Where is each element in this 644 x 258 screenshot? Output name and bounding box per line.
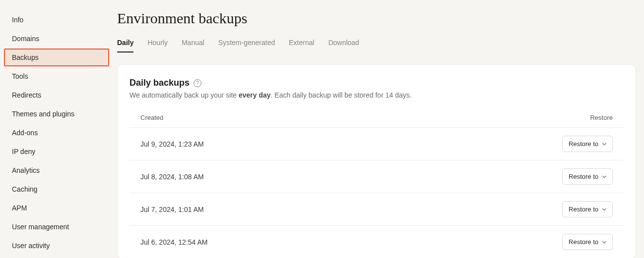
backup-date: Jul 8, 2024, 1:08 AM bbox=[140, 173, 204, 181]
sidebar-item-user-management[interactable]: User management bbox=[4, 218, 109, 236]
col-created: Created bbox=[140, 114, 163, 121]
card-description: We automatically back up your site every… bbox=[129, 91, 624, 99]
table-row: Jul 6, 2024, 12:54 AM Restore to bbox=[129, 226, 624, 258]
restore-label: Restore to bbox=[569, 206, 598, 213]
sidebar-item-themes-plugins[interactable]: Themes and plugins bbox=[4, 105, 109, 123]
chevron-down-icon bbox=[602, 142, 606, 146]
restore-button[interactable]: Restore to bbox=[562, 234, 613, 250]
backup-date: Jul 9, 2024, 1:23 AM bbox=[140, 140, 204, 148]
sidebar-item-addons[interactable]: Add-ons bbox=[4, 124, 109, 142]
tab-system-generated[interactable]: System-generated bbox=[218, 39, 275, 52]
restore-button[interactable]: Restore to bbox=[562, 201, 613, 217]
card-desc-strong: every day bbox=[239, 91, 271, 99]
tab-hourly[interactable]: Hourly bbox=[147, 39, 167, 52]
restore-button[interactable]: Restore to bbox=[562, 136, 613, 152]
restore-label: Restore to bbox=[569, 140, 598, 148]
sidebar-item-backups[interactable]: Backups bbox=[4, 49, 109, 66]
tab-download[interactable]: Download bbox=[328, 39, 359, 52]
tab-manual[interactable]: Manual bbox=[182, 39, 204, 52]
restore-label: Restore to bbox=[569, 238, 598, 246]
table-row: Jul 9, 2024, 1:23 AM Restore to bbox=[129, 128, 624, 160]
sidebar-item-apm[interactable]: APM bbox=[4, 199, 109, 217]
sidebar-item-analytics[interactable]: Analytics bbox=[4, 161, 109, 179]
restore-button[interactable]: Restore to bbox=[562, 168, 613, 185]
sidebar-item-domains[interactable]: Domains bbox=[4, 30, 109, 48]
tabs: Daily Hourly Manual System-generated Ext… bbox=[117, 39, 636, 52]
tab-external[interactable]: External bbox=[289, 39, 314, 52]
sidebar-item-caching[interactable]: Caching bbox=[4, 180, 109, 198]
backups-card: Daily backups ? We automatically back up… bbox=[117, 64, 636, 258]
restore-label: Restore to bbox=[569, 173, 598, 180]
tab-daily[interactable]: Daily bbox=[117, 39, 133, 52]
sidebar-item-tools[interactable]: Tools bbox=[4, 67, 109, 85]
sidebar-item-user-activity[interactable]: User activity bbox=[4, 237, 109, 255]
page-title: Environment backups bbox=[117, 10, 636, 27]
card-desc-suffix: . Each daily backup will be stored for 1… bbox=[271, 91, 412, 99]
chevron-down-icon bbox=[602, 175, 606, 179]
sidebar-item-info[interactable]: Info bbox=[4, 11, 109, 29]
table-row: Jul 7, 2024, 1:01 AM Restore to bbox=[129, 193, 624, 226]
card-header: Daily backups ? We automatically back up… bbox=[129, 78, 624, 99]
help-icon[interactable]: ? bbox=[193, 79, 201, 87]
main-content: Environment backups Daily Hourly Manual … bbox=[109, 0, 644, 258]
sidebar-item-redirects[interactable]: Redirects bbox=[4, 86, 109, 104]
chevron-down-icon bbox=[602, 240, 606, 244]
card-title: Daily backups bbox=[129, 78, 190, 88]
backup-date: Jul 7, 2024, 1:01 AM bbox=[140, 206, 204, 213]
table-header: Created Restore bbox=[129, 108, 624, 128]
backup-date: Jul 6, 2024, 12:54 AM bbox=[140, 238, 207, 246]
table-row: Jul 8, 2024, 1:08 AM Restore to bbox=[129, 160, 624, 193]
card-desc-prefix: We automatically back up your site bbox=[129, 91, 239, 99]
chevron-down-icon bbox=[602, 207, 606, 211]
col-restore: Restore bbox=[590, 114, 613, 121]
sidebar-item-ip-deny[interactable]: IP deny bbox=[4, 143, 109, 160]
sidebar: Info Domains Backups Tools Redirects The… bbox=[0, 0, 109, 258]
